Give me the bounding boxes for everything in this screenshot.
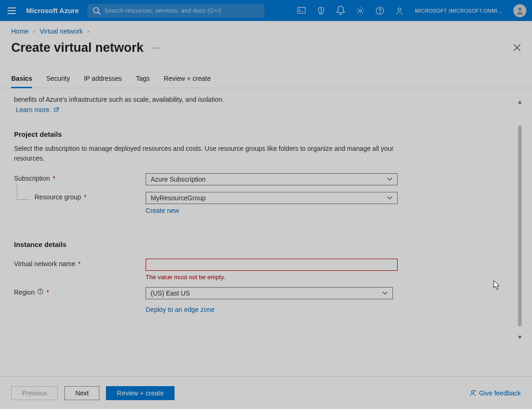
intro-text-fragment: benefits of Azure's infrastructure such … xyxy=(14,95,499,104)
breadcrumb-virtual-network[interactable]: Virtual network xyxy=(40,28,83,35)
learn-more-link[interactable]: Learn more. xyxy=(14,106,59,113)
search-icon xyxy=(92,7,101,15)
tab-review-create[interactable]: Review + create xyxy=(164,75,211,88)
project-details-heading: Project details xyxy=(14,130,499,138)
previous-button: Previous xyxy=(11,386,58,400)
feedback-icon[interactable] xyxy=(395,7,404,15)
brand[interactable]: Microsoft Azure xyxy=(23,7,82,14)
svg-rect-2 xyxy=(298,7,305,14)
subscription-value: Azure Subscription xyxy=(151,176,206,183)
vnet-name-label: Virtual network name* xyxy=(14,259,146,268)
instance-details-heading: Instance details xyxy=(14,240,499,248)
hamburger-menu-icon[interactable] xyxy=(6,6,18,16)
subscription-dropdown[interactable]: Azure Subscription xyxy=(146,173,398,185)
topbar-actions: MICROSOFT (MICROSOFT.ONMI... xyxy=(297,4,526,17)
breadcrumb-home[interactable]: Home xyxy=(11,28,28,35)
resource-group-dropdown[interactable]: MyResourceGroup xyxy=(146,192,398,204)
account-label[interactable]: MICROSOFT (MICROSOFT.ONMI... xyxy=(415,8,502,14)
svg-point-14 xyxy=(471,390,474,393)
global-search[interactable] xyxy=(87,4,265,18)
next-button[interactable]: Next xyxy=(64,386,99,400)
tab-basics[interactable]: Basics xyxy=(11,75,32,88)
breadcrumb: Home › Virtual network › xyxy=(0,21,532,35)
chevron-right-icon: › xyxy=(33,28,35,34)
settings-icon[interactable] xyxy=(356,7,364,15)
region-dropdown[interactable]: (US) East US xyxy=(146,287,393,299)
vnet-name-error: The value must not be empty. xyxy=(146,274,398,281)
subscription-label: Subscription* xyxy=(14,173,146,182)
top-bar: Microsoft Azure MICROSOFT (MICROSOFT.ONM… xyxy=(0,0,532,21)
chevron-down-icon xyxy=(387,176,392,182)
help-icon[interactable] xyxy=(376,7,384,15)
feedback-icon xyxy=(469,389,476,397)
vnet-name-input[interactable] xyxy=(146,259,398,271)
region-label: Region * xyxy=(14,287,146,296)
svg-point-0 xyxy=(93,7,98,13)
info-icon[interactable] xyxy=(37,289,43,296)
give-feedback-label: Give feedback xyxy=(479,389,521,397)
cloud-shell-icon[interactable] xyxy=(297,7,306,15)
chevron-down-icon xyxy=(387,195,392,201)
review-create-button[interactable]: Review + create xyxy=(106,386,175,400)
more-actions-icon[interactable]: ··· xyxy=(152,43,161,53)
create-new-rg-link[interactable]: Create new xyxy=(146,207,179,214)
wizard-footer: Previous Next Review + create Give feedb… xyxy=(0,376,532,409)
resource-group-value: MyResourceGroup xyxy=(151,194,206,202)
tab-bar: Basics Security IP addresses Tags Review… xyxy=(0,58,532,88)
give-feedback-link[interactable]: Give feedback xyxy=(469,389,521,397)
content-pane: benefits of Azure's infrastructure such … xyxy=(0,88,532,367)
title-row: Create virtual network ··· xyxy=(0,35,532,58)
resource-group-label: Resource group* xyxy=(14,192,146,201)
avatar[interactable] xyxy=(513,4,526,17)
scroll-down-icon[interactable]: ▼ xyxy=(517,334,523,340)
svg-point-4 xyxy=(359,9,362,12)
scrollbar-thumb[interactable] xyxy=(518,126,522,326)
region-value: (US) East US xyxy=(151,289,190,297)
svg-point-6 xyxy=(380,12,380,13)
tab-tags[interactable]: Tags xyxy=(136,75,150,88)
svg-point-13 xyxy=(40,290,41,290)
project-details-text: Select the subscription to manage deploy… xyxy=(14,144,397,163)
svg-point-8 xyxy=(518,7,522,11)
learn-more-label: Learn more. xyxy=(16,106,51,113)
chevron-right-icon: › xyxy=(87,28,89,34)
copilot-icon[interactable] xyxy=(317,7,325,15)
tab-ip-addresses[interactable]: IP addresses xyxy=(84,75,122,88)
deploy-edge-zone-link[interactable]: Deploy to an edge zone xyxy=(146,306,215,313)
svg-point-7 xyxy=(398,8,401,11)
svg-line-1 xyxy=(98,12,100,14)
page-title: Create virtual network xyxy=(11,41,144,55)
tab-security[interactable]: Security xyxy=(46,75,70,88)
scroll-up-icon[interactable]: ▲ xyxy=(517,99,523,105)
external-link-icon xyxy=(54,107,59,113)
chevron-down-icon xyxy=(382,290,388,296)
close-icon[interactable] xyxy=(513,43,521,53)
search-input[interactable] xyxy=(105,7,259,14)
notifications-icon[interactable] xyxy=(336,7,345,15)
